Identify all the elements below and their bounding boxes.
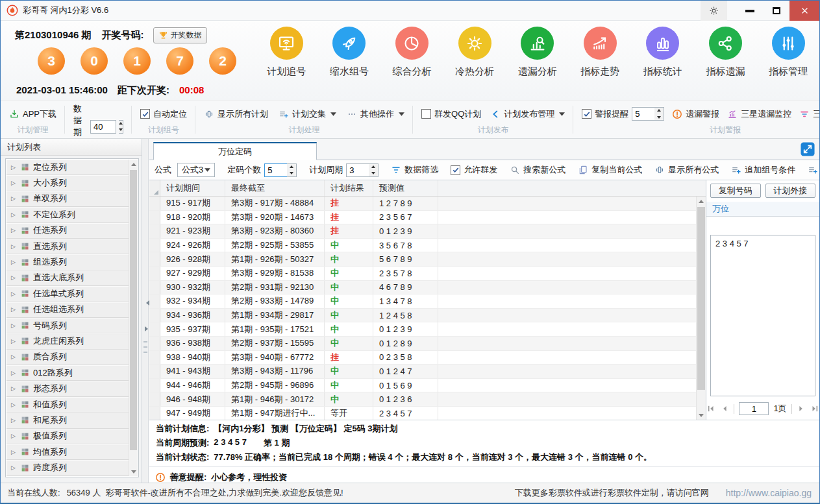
- prediction-numbers-box[interactable]: 2 3 4 5 7: [710, 235, 815, 396]
- sidebar-scrollbar[interactable]: [129, 160, 138, 476]
- sidebar-item[interactable]: ▷大小系列: [6, 175, 129, 191]
- search-formula-button[interactable]: 搜索新公式: [510, 164, 565, 176]
- sidebar-item[interactable]: ▷龙虎庄闲系列: [6, 333, 129, 349]
- auto-position-checkbox-item[interactable]: 自动定位: [140, 108, 187, 120]
- app-button-miss-analysis[interactable]: 遗漏分析: [506, 27, 569, 78]
- alert-value-input[interactable]: [632, 107, 655, 121]
- tree-expand-icon[interactable]: ▷: [11, 227, 17, 234]
- website-url-link[interactable]: http://www.caipiao.gg: [726, 488, 812, 498]
- tree-expand-icon[interactable]: ▷: [11, 211, 17, 218]
- formula-select[interactable]: 公式3: [177, 163, 215, 177]
- page-next-icon[interactable]: [797, 404, 806, 413]
- minimize-button[interactable]: [736, 1, 763, 21]
- app-button-indicator-trend[interactable]: 指标走势: [569, 27, 632, 78]
- tree-expand-icon[interactable]: ▷: [11, 291, 17, 297]
- scroll-down-icon[interactable]: [129, 467, 138, 476]
- data-filter-button[interactable]: 数据筛选: [391, 164, 438, 176]
- digit-count-spinner[interactable]: [287, 163, 297, 177]
- app-button-indicator-manage[interactable]: 指标管理: [757, 27, 820, 78]
- settings-gear-icon[interactable]: [701, 1, 727, 21]
- tree-expand-icon[interactable]: ▷: [11, 180, 17, 186]
- sidebar-item[interactable]: ▷极值系列: [6, 429, 129, 444]
- table-row[interactable]: 946 - 948期第1期 - 946期 - 30172中0 1 2 3 6: [149, 392, 696, 407]
- tree-expand-icon[interactable]: ▷: [11, 385, 17, 392]
- close-button[interactable]: [789, 1, 819, 21]
- sidebar-item[interactable]: ▷直选大底系列: [6, 270, 129, 286]
- checkbox-unchecked-icon[interactable]: [421, 109, 431, 119]
- collapse-left-icon[interactable]: [143, 300, 149, 306]
- page-prev-icon[interactable]: [720, 404, 729, 413]
- overwrite-condition-button[interactable]: 覆盖组号条件: [808, 164, 820, 176]
- checkbox-checked-icon[interactable]: [451, 165, 460, 175]
- tree-expand-icon[interactable]: ▷: [11, 449, 17, 455]
- scrollbar-thumb[interactable]: [697, 207, 705, 390]
- tree-expand-icon[interactable]: ▷: [11, 433, 17, 439]
- table-row[interactable]: 918 - 920期第3期 - 920期 - 14673挂2 3 5 6 7: [149, 211, 696, 225]
- app-button-hot-cold-analysis[interactable]: 冷热分析: [443, 27, 506, 78]
- sidebar-item[interactable]: ▷质合系列: [6, 350, 129, 365]
- maximize-button[interactable]: [763, 1, 789, 21]
- tree-expand-icon[interactable]: ▷: [11, 354, 17, 360]
- tree-expand-icon[interactable]: ▷: [11, 338, 17, 344]
- other-operations-dropdown[interactable]: 其他操作: [347, 108, 404, 120]
- tree-expand-icon[interactable]: ▷: [11, 402, 17, 408]
- sidebar-item[interactable]: ▷不定位系列: [6, 207, 129, 222]
- table-row[interactable]: 924 - 926期第2期 - 925期 - 53855中3 5 6 7 8: [149, 239, 696, 253]
- sidebar-item[interactable]: ▷组选系列: [6, 254, 129, 270]
- column-header-final[interactable]: 最终截至: [225, 180, 325, 196]
- alert-value-spinner[interactable]: [654, 107, 664, 121]
- cycle-spinner[interactable]: [369, 163, 379, 177]
- app-button-indicator-miss[interactable]: 指标遗漏: [694, 27, 757, 78]
- sidebar-item[interactable]: ▷和尾系列: [6, 413, 129, 428]
- sidebar-item[interactable]: ▷跨度系列: [6, 460, 129, 475]
- sidebar-item[interactable]: ▷均值系列: [6, 444, 129, 460]
- data-periods-input[interactable]: [90, 120, 116, 134]
- tree-expand-icon[interactable]: ▷: [11, 322, 17, 329]
- table-row[interactable]: 926 - 928期第1期 - 926期 - 50327中5 6 7 8 9: [149, 252, 696, 267]
- sidebar-item[interactable]: ▷定位系列: [6, 160, 129, 175]
- sidebar-item[interactable]: ▷号码系列: [6, 318, 129, 333]
- table-row[interactable]: 935 - 937期第1期 - 935期 - 17521中0 1 2 3 9: [149, 322, 696, 337]
- app-button-comprehensive-analysis[interactable]: 综合分析: [380, 27, 443, 78]
- three-star-shrink-monitor-button[interactable]: 三星缩水+监控: [799, 108, 820, 120]
- table-row[interactable]: 921 - 923期第3期 - 923期 - 80360挂0 1 2 3 9: [149, 224, 696, 239]
- tree-expand-icon[interactable]: ▷: [11, 195, 17, 202]
- tree-expand-icon[interactable]: ▷: [11, 164, 17, 171]
- table-row[interactable]: 934 - 936期第1期 - 934期 - 29817中1 2 4 5 8: [149, 309, 696, 323]
- app-button-indicator-stats[interactable]: 指标统计: [632, 27, 695, 78]
- scroll-up-icon[interactable]: [697, 197, 706, 206]
- show-all-formula-button[interactable]: 显示所有公式: [654, 164, 719, 176]
- tree-expand-icon[interactable]: ▷: [11, 243, 17, 250]
- app-button-plan-chase[interactable]: 计划追号: [255, 27, 318, 78]
- sidebar-splitter[interactable]: [142, 139, 149, 483]
- table-row[interactable]: 930 - 932期第2期 - 931期 - 92130中4 6 7 8 9: [149, 281, 696, 295]
- checkbox-checked-icon[interactable]: [582, 109, 591, 119]
- sidebar-item[interactable]: ▷直选系列: [6, 239, 129, 254]
- alert-remind-checkbox-item[interactable]: 警报提醒: [582, 108, 628, 120]
- sidebar-item[interactable]: ▷任选单式系列: [6, 286, 129, 302]
- table-scrollbar[interactable]: [696, 197, 706, 420]
- app-button-shrink-group[interactable]: 缩水组号: [318, 27, 381, 78]
- scrollbar-thumb[interactable]: [130, 170, 137, 450]
- digit-count-input[interactable]: [264, 163, 288, 177]
- qq-broadcast-checkbox-item[interactable]: 群发QQ计划: [421, 108, 481, 120]
- page-first-icon[interactable]: [706, 404, 715, 413]
- copy-number-button[interactable]: 复制号码: [710, 184, 761, 198]
- column-header-period[interactable]: 计划期间: [160, 180, 225, 196]
- plan-intersect-dropdown[interactable]: 计划交集: [279, 108, 336, 120]
- cycle-input[interactable]: [346, 163, 369, 177]
- sidebar-item[interactable]: ▷012路系列: [6, 365, 129, 381]
- tree-expand-icon[interactable]: ▷: [11, 417, 17, 424]
- table-row[interactable]: 932 - 934期第2期 - 933期 - 14789中1 3 4 7 8: [149, 294, 696, 309]
- tree-expand-icon[interactable]: ▷: [11, 464, 17, 471]
- sidebar-item[interactable]: ▷任选系列: [6, 223, 129, 239]
- show-all-plans-button[interactable]: 显示所有计划: [204, 108, 268, 120]
- allow-broadcast-checkbox-item[interactable]: 允许群发: [451, 164, 497, 176]
- sidebar-item[interactable]: ▷任选组选系列: [6, 302, 129, 318]
- table-row[interactable]: 936 - 938期第2期 - 937期 - 15595中0 1 2 8 9: [149, 337, 696, 351]
- scroll-down-icon[interactable]: [697, 411, 706, 420]
- expand-view-icon[interactable]: [801, 142, 815, 156]
- scroll-up-icon[interactable]: [129, 160, 138, 169]
- miss-alert-button[interactable]: 遗漏警报: [672, 108, 719, 120]
- page-number-input[interactable]: [739, 402, 769, 415]
